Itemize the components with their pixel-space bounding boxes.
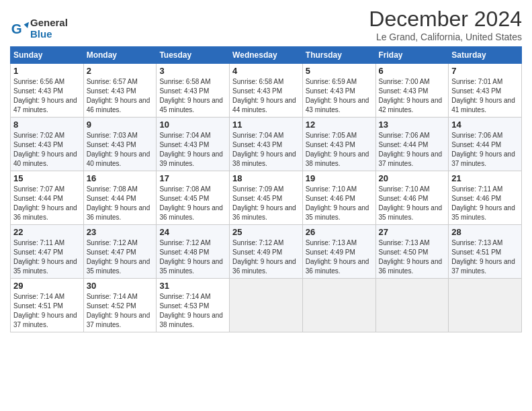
day-number: 23	[87, 227, 154, 237]
col-thursday: Thursday	[302, 47, 375, 64]
day-number: 13	[379, 120, 446, 130]
calendar-cell: 11 Sunrise: 7:04 AMSunset: 4:43 PMDaylig…	[230, 118, 303, 171]
calendar-cell	[302, 279, 375, 332]
calendar-cell: 18 Sunrise: 7:09 AMSunset: 4:45 PMDaylig…	[230, 171, 303, 225]
calendar-cell: 5 Sunrise: 6:59 AMSunset: 4:43 PMDayligh…	[302, 64, 375, 118]
calendar-cell: 28 Sunrise: 7:13 AMSunset: 4:51 PMDaylig…	[449, 225, 522, 279]
logo-general: General	[30, 17, 68, 28]
calendar-week-1: 8 Sunrise: 7:02 AMSunset: 4:43 PMDayligh…	[11, 118, 522, 171]
calendar-cell: 24 Sunrise: 7:12 AMSunset: 4:48 PMDaylig…	[157, 225, 230, 279]
day-info: Sunrise: 7:11 AMSunset: 4:47 PMDaylight:…	[13, 238, 81, 276]
day-info: Sunrise: 7:04 AMSunset: 4:43 PMDaylight:…	[159, 131, 226, 169]
day-info: Sunrise: 7:12 AMSunset: 4:47 PMDaylight:…	[87, 238, 154, 276]
svg-text:G: G	[11, 20, 22, 36]
day-info: Sunrise: 6:58 AMSunset: 4:43 PMDaylight:…	[232, 77, 300, 115]
calendar-header: G General Blue December 2024 Le Grand, C…	[10, 7, 522, 42]
day-info: Sunrise: 7:06 AMSunset: 4:44 PMDaylight:…	[379, 131, 446, 169]
day-number: 14	[451, 120, 519, 130]
calendar-cell: 9 Sunrise: 7:03 AMSunset: 4:43 PMDayligh…	[83, 118, 157, 171]
calendar-cell: 6 Sunrise: 7:00 AMSunset: 4:43 PMDayligh…	[375, 64, 449, 118]
calendar-cell: 23 Sunrise: 7:12 AMSunset: 4:47 PMDaylig…	[83, 225, 157, 279]
calendar-cell: 8 Sunrise: 7:02 AMSunset: 4:43 PMDayligh…	[11, 118, 84, 171]
day-info: Sunrise: 7:08 AMSunset: 4:44 PMDaylight:…	[87, 185, 154, 222]
day-info: Sunrise: 7:08 AMSunset: 4:45 PMDaylight:…	[159, 185, 226, 222]
day-info: Sunrise: 7:11 AMSunset: 4:46 PMDaylight:…	[451, 185, 519, 222]
col-saturday: Saturday	[449, 47, 522, 64]
day-number: 31	[159, 281, 226, 291]
calendar-week-2: 15 Sunrise: 7:07 AMSunset: 4:44 PMDaylig…	[11, 171, 522, 225]
day-number: 5	[306, 66, 373, 76]
day-number: 19	[306, 173, 373, 183]
day-info: Sunrise: 7:09 AMSunset: 4:45 PMDaylight:…	[232, 185, 300, 222]
day-info: Sunrise: 7:14 AMSunset: 4:52 PMDaylight:…	[87, 292, 154, 330]
calendar-week-4: 29 Sunrise: 7:14 AMSunset: 4:51 PMDaylig…	[11, 279, 522, 332]
day-info: Sunrise: 7:07 AMSunset: 4:44 PMDaylight:…	[13, 185, 81, 222]
col-sunday: Sunday	[11, 47, 84, 64]
col-tuesday: Tuesday	[157, 47, 230, 64]
calendar-cell: 29 Sunrise: 7:14 AMSunset: 4:51 PMDaylig…	[11, 279, 84, 332]
calendar-thead: Sunday Monday Tuesday Wednesday Thursday…	[11, 47, 522, 64]
month-title: December 2024	[68, 7, 522, 32]
header-row: Sunday Monday Tuesday Wednesday Thursday…	[11, 47, 522, 64]
logo: G General Blue	[10, 17, 68, 40]
calendar-cell: 27 Sunrise: 7:13 AMSunset: 4:50 PMDaylig…	[375, 225, 449, 279]
day-info: Sunrise: 6:59 AMSunset: 4:43 PMDaylight:…	[306, 77, 373, 115]
day-info: Sunrise: 7:10 AMSunset: 4:46 PMDaylight:…	[379, 185, 446, 222]
day-number: 29	[13, 281, 81, 291]
day-number: 21	[451, 173, 519, 183]
col-friday: Friday	[375, 47, 449, 64]
calendar-cell: 31 Sunrise: 7:14 AMSunset: 4:53 PMDaylig…	[157, 279, 230, 332]
calendar-cell: 22 Sunrise: 7:11 AMSunset: 4:47 PMDaylig…	[11, 225, 84, 279]
day-info: Sunrise: 7:00 AMSunset: 4:43 PMDaylight:…	[379, 77, 446, 115]
calendar-container: G General Blue December 2024 Le Grand, C…	[0, 0, 532, 339]
day-number: 20	[379, 173, 446, 183]
calendar-cell: 25 Sunrise: 7:12 AMSunset: 4:49 PMDaylig…	[230, 225, 303, 279]
day-number: 17	[159, 173, 226, 183]
svg-marker-1	[24, 21, 29, 28]
day-info: Sunrise: 7:13 AMSunset: 4:51 PMDaylight:…	[451, 238, 519, 276]
day-info: Sunrise: 7:03 AMSunset: 4:43 PMDaylight:…	[87, 131, 154, 169]
calendar-cell: 1 Sunrise: 6:56 AMSunset: 4:43 PMDayligh…	[11, 64, 84, 118]
day-number: 24	[159, 227, 226, 237]
day-number: 12	[306, 120, 373, 130]
calendar-week-0: 1 Sunrise: 6:56 AMSunset: 4:43 PMDayligh…	[11, 64, 522, 118]
calendar-cell	[230, 279, 303, 332]
calendar-cell: 30 Sunrise: 7:14 AMSunset: 4:52 PMDaylig…	[83, 279, 157, 332]
day-number: 28	[451, 227, 519, 237]
day-info: Sunrise: 7:13 AMSunset: 4:49 PMDaylight:…	[306, 238, 373, 276]
day-number: 11	[232, 120, 300, 130]
day-number: 27	[379, 227, 446, 237]
calendar-cell: 12 Sunrise: 7:05 AMSunset: 4:43 PMDaylig…	[302, 118, 375, 171]
day-number: 16	[87, 173, 154, 183]
day-info: Sunrise: 6:56 AMSunset: 4:43 PMDaylight:…	[13, 77, 81, 115]
calendar-cell	[375, 279, 449, 332]
calendar-cell: 10 Sunrise: 7:04 AMSunset: 4:43 PMDaylig…	[157, 118, 230, 171]
day-number: 7	[451, 66, 519, 76]
calendar-cell: 15 Sunrise: 7:07 AMSunset: 4:44 PMDaylig…	[11, 171, 84, 225]
calendar-cell: 2 Sunrise: 6:57 AMSunset: 4:43 PMDayligh…	[83, 64, 157, 118]
day-number: 1	[13, 66, 81, 76]
day-number: 25	[232, 227, 300, 237]
calendar-cell: 3 Sunrise: 6:58 AMSunset: 4:43 PMDayligh…	[157, 64, 230, 118]
col-wednesday: Wednesday	[230, 47, 303, 64]
calendar-body: 1 Sunrise: 6:56 AMSunset: 4:43 PMDayligh…	[11, 64, 522, 332]
day-info: Sunrise: 7:14 AMSunset: 4:53 PMDaylight:…	[159, 292, 226, 330]
calendar-cell: 26 Sunrise: 7:13 AMSunset: 4:49 PMDaylig…	[302, 225, 375, 279]
day-info: Sunrise: 6:58 AMSunset: 4:43 PMDaylight:…	[159, 77, 226, 115]
location: Le Grand, California, United States	[68, 32, 522, 42]
calendar-cell: 7 Sunrise: 7:01 AMSunset: 4:43 PMDayligh…	[449, 64, 522, 118]
day-number: 4	[232, 66, 300, 76]
day-info: Sunrise: 7:13 AMSunset: 4:50 PMDaylight:…	[379, 238, 446, 276]
day-number: 8	[13, 120, 81, 130]
day-number: 6	[379, 66, 446, 76]
logo-icon: G	[10, 19, 29, 38]
day-number: 15	[13, 173, 81, 183]
calendar-week-3: 22 Sunrise: 7:11 AMSunset: 4:47 PMDaylig…	[11, 225, 522, 279]
day-info: Sunrise: 7:01 AMSunset: 4:43 PMDaylight:…	[451, 77, 519, 115]
day-info: Sunrise: 7:14 AMSunset: 4:51 PMDaylight:…	[13, 292, 81, 330]
logo-blue: Blue	[30, 28, 52, 40]
day-number: 9	[87, 120, 154, 130]
header-right: December 2024 Le Grand, California, Unit…	[68, 7, 522, 42]
calendar-cell: 19 Sunrise: 7:10 AMSunset: 4:46 PMDaylig…	[302, 171, 375, 225]
day-number: 18	[232, 173, 300, 183]
